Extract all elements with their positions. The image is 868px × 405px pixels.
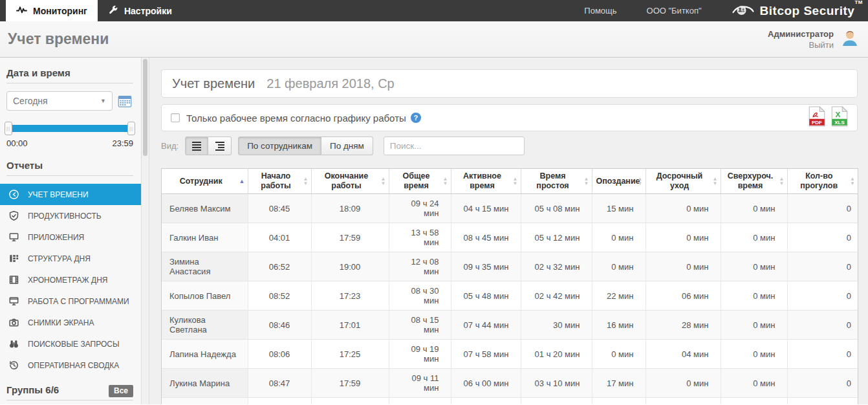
- slider-handle-start[interactable]: ||: [5, 122, 12, 135]
- table-row[interactable]: Копылов Павел08:5217:2308 ч 30 мин05 ч 4…: [162, 281, 858, 311]
- cell: 0: [787, 281, 858, 311]
- tab-label: Настройки: [124, 6, 172, 16]
- sidebar-item-label: УЧЕТ ВРЕМЕНИ: [28, 190, 89, 199]
- sidebar-item-label: ОПЕРАТИВНАЯ СВОДКА: [28, 361, 119, 370]
- sidebar-item-8[interactable]: ОПЕРАТИВНАЯ СВОДКА: [0, 355, 141, 376]
- wrench-icon: [108, 5, 118, 17]
- table-row[interactable]: Зимина Анастасия06:5219:0012 ч 08 мин09 …: [162, 252, 858, 281]
- column-header-7[interactable]: Досрочный уход▲▼: [646, 169, 721, 194]
- cell: 17 мин: [592, 369, 646, 398]
- cell: 08:25: [248, 398, 311, 405]
- user-role[interactable]: Администратор: [768, 28, 834, 39]
- cell: 02 ч 32 мин: [521, 252, 592, 281]
- cell: 17:59: [311, 369, 389, 398]
- work-schedule-checkbox[interactable]: [171, 113, 180, 122]
- cell: 0 мин: [721, 340, 787, 369]
- sidebar-item-3[interactable]: СТРУКТУРА ДНЯ: [0, 248, 141, 269]
- avatar[interactable]: [840, 28, 860, 51]
- work-schedule-label: Только рабочее время согласно графику ра…: [186, 113, 406, 124]
- date-preset-select[interactable]: Сегодня ▼: [6, 91, 113, 111]
- sidebar-item-5[interactable]: РАБОТА С ПРОГРАММАМИ: [0, 290, 141, 312]
- cell: 09 ч 19 мин: [389, 340, 451, 369]
- sort-icon: ▲▼: [513, 177, 518, 186]
- cell: 17:23: [311, 281, 389, 311]
- sidebar-item-4[interactable]: ХРОНОМЕТРАЖ ДНЯ: [0, 269, 141, 290]
- cell: 08:06: [248, 340, 311, 369]
- cell: Галкин Иван: [162, 223, 248, 252]
- view-compact-button[interactable]: [208, 137, 232, 155]
- cell: Медведева Евгения: [162, 398, 248, 405]
- slider-handle-end[interactable]: ||: [127, 122, 135, 135]
- cell: 0 мин: [721, 194, 787, 223]
- cell: 01 ч 20 мин: [521, 340, 592, 369]
- sidebar-item-7[interactable]: ПОИСКОВЫЕ ЗАПРОСЫ: [0, 333, 141, 355]
- sort-icon: ▲▼: [850, 177, 855, 186]
- column-header-2[interactable]: Окончание работы▲▼: [311, 169, 389, 194]
- cell: 17:59: [311, 223, 389, 252]
- help-link[interactable]: Помощь: [584, 6, 616, 16]
- column-label: Опоздание: [596, 177, 640, 186]
- sidebar-item-0[interactable]: УЧЕТ ВРЕМЕНИ: [0, 184, 141, 205]
- cell: 07 ч 58 мин: [451, 340, 521, 369]
- column-header-8[interactable]: Сверхуроч. время▲▼: [721, 169, 787, 194]
- sidebar-item-6[interactable]: СНИМКИ ЭКРАНА: [0, 312, 141, 333]
- time-table: Сотрудник▲Начало работы▲▼Окончание работ…: [161, 168, 858, 404]
- by-employees-button[interactable]: По сотрудникам: [238, 137, 321, 155]
- table-row[interactable]: Медведева Евгения08:2517:3209 ч 06 мин06…: [162, 398, 858, 405]
- export-pdf-button[interactable]: PDF: [808, 106, 825, 129]
- sort-icon: ▲▼: [584, 177, 589, 186]
- cell: 0 мин: [592, 340, 646, 369]
- groups-all-button[interactable]: Все: [109, 385, 133, 397]
- view-list-button[interactable]: [185, 137, 208, 155]
- column-header-1[interactable]: Начало работы▲▼: [248, 169, 311, 194]
- cell: 0: [787, 194, 858, 223]
- column-header-5[interactable]: Время простоя▲▼: [521, 169, 592, 194]
- tab-monitoring[interactable]: Мониторинг: [6, 0, 98, 21]
- cell: 0: [787, 369, 858, 398]
- table-row[interactable]: Беляев Максим08:4518:0909 ч 24 мин04 ч 1…: [162, 194, 858, 223]
- column-label: Общее время: [403, 171, 430, 190]
- cell: 07 ч 44 мин: [451, 311, 521, 340]
- logout-link[interactable]: Выйти: [768, 39, 834, 50]
- calendar-button[interactable]: [118, 93, 133, 109]
- cell: 0: [787, 252, 858, 281]
- column-header-4[interactable]: Активное время▲▼: [451, 169, 521, 194]
- column-header-6[interactable]: Опоздание▲▼: [592, 169, 646, 194]
- groups-heading: Группы 6/6: [6, 384, 59, 395]
- cell: 05 ч 48 мин: [451, 281, 521, 311]
- table-row[interactable]: Лукина Марина08:4717:5909 ч 11 мин06 ч 0…: [162, 369, 858, 398]
- sidebar-item-1[interactable]: ПРОДУКТИВНОСТЬ: [0, 205, 141, 226]
- sidebar-scrollbar[interactable]: [141, 58, 149, 404]
- cell: 06 ч 03 мин: [451, 398, 521, 405]
- reports-heading: Отчеты: [6, 160, 133, 176]
- table-row[interactable]: Лапина Надежда08:0617:2509 ч 19 мин07 ч …: [162, 340, 858, 369]
- export-xls-button[interactable]: X XLS: [831, 106, 848, 129]
- scrollbar-thumb[interactable]: [143, 59, 147, 156]
- tab-settings[interactable]: Настройки: [98, 0, 182, 21]
- cell: 0: [787, 223, 858, 252]
- cell: 02 ч 42 мин: [521, 281, 592, 311]
- cell: 03 ч 10 мин: [521, 369, 592, 398]
- sort-asc-icon: ▲: [239, 179, 245, 184]
- cell: 03 ч 03 мин: [521, 398, 592, 405]
- by-days-button[interactable]: По дням: [321, 137, 373, 155]
- column-header-3[interactable]: Общее время▲▼: [389, 169, 451, 194]
- company-link[interactable]: ООО "Биткоп": [647, 6, 702, 16]
- search-input[interactable]: [384, 137, 525, 155]
- sidebar-item-2[interactable]: ПРИЛОЖЕНИЯ: [0, 226, 141, 248]
- cell: 06 мин: [646, 281, 721, 311]
- user-block: Администратор Выйти: [768, 28, 860, 51]
- brand-name: Bitcop SecurityTM: [760, 4, 863, 18]
- table-row[interactable]: Куликова Светлана08:4617:0108 ч 15 мин07…: [162, 311, 858, 340]
- help-icon[interactable]: ?: [411, 113, 421, 123]
- cell: 0 мин: [592, 252, 646, 281]
- programs-icon: [8, 296, 19, 307]
- datetime-heading: Дата и время: [6, 67, 133, 83]
- column-header-9[interactable]: Кол-во прогулов▲▼: [787, 169, 858, 194]
- cell: 0 мин: [592, 223, 646, 252]
- brand-logo: Bitcop SecurityTM: [732, 3, 863, 19]
- column-header-0[interactable]: Сотрудник▲: [162, 169, 248, 194]
- table-row[interactable]: Галкин Иван04:0117:5913 ч 58 мин08 ч 45 …: [162, 223, 858, 252]
- column-label: Начало работы: [261, 171, 290, 190]
- column-label: Сверхуроч. время: [728, 171, 774, 190]
